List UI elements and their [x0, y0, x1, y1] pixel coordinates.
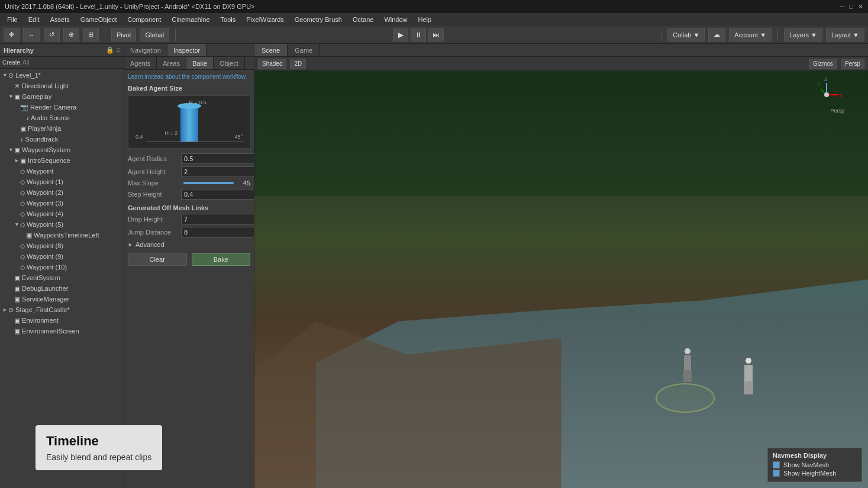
navmesh-popup: Navmesh Display Show NavMesh Show Height… [767, 448, 862, 482]
tree-item-environment[interactable]: ▣ Environment [0, 315, 124, 326]
menu-geometry-brush[interactable]: Geometry Brush [290, 15, 347, 24]
tab-scene[interactable]: Scene [254, 44, 288, 56]
tree-item-wp[interactable]: ◇ Waypoint [0, 166, 124, 176]
menu-edit[interactable]: Edit [24, 15, 44, 24]
menu-cinemachine[interactable]: Cinemachine [167, 15, 214, 24]
persp-btn[interactable]: Persp [841, 59, 864, 69]
drop-height-input[interactable] [181, 214, 254, 224]
show-navmesh-row[interactable]: Show NavMesh [773, 461, 857, 468]
transform-hand-btn[interactable]: ✥ [4, 28, 20, 41]
layout-btn[interactable]: Layout ▼ [826, 28, 864, 41]
menu-gameobject[interactable]: GameObject [76, 15, 122, 24]
tree-item-soundtrack[interactable]: ♪ Soundtrack [0, 134, 124, 145]
global-btn[interactable]: Global [140, 28, 169, 41]
scene-gizmo[interactable]: X Y Z Persp [809, 77, 844, 113]
tree-item-intro[interactable]: ► ▣ IntroSequence [0, 155, 124, 166]
jump-distance-input[interactable] [181, 227, 254, 237]
account-btn[interactable]: Account ▼ [729, 28, 772, 41]
tooltip-title: Timeline [46, 434, 151, 449]
menu-help[interactable]: Help [414, 15, 437, 24]
tree-item-wp5[interactable]: ▼ ◇ Waypoint (5) [0, 219, 124, 230]
tree-item-wp9[interactable]: ◇ Waypoint (9) [0, 251, 124, 262]
hierarchy-create-btn[interactable]: Create [2, 59, 20, 66]
tab-game[interactable]: Game [288, 44, 320, 56]
subtab-object[interactable]: Object [214, 57, 245, 69]
tree-item-level1[interactable]: ▼ ⊙ Level_1* [0, 70, 124, 81]
close-btn[interactable]: ✕ [858, 3, 863, 11]
tree-item-wp1[interactable]: ◇ Waypoint (1) [0, 176, 124, 187]
hierarchy-lock-icon[interactable]: 🔒 [106, 46, 114, 54]
tree-item-playerninja[interactable]: ▣ PlayerNinja [0, 123, 124, 134]
tree-item-gameplay[interactable]: ▼ ▣ Gameplay [0, 91, 124, 102]
character-2 [740, 358, 757, 396]
menu-assets[interactable]: Assets [46, 15, 75, 24]
step-btn[interactable]: ⏭ [428, 28, 444, 41]
menu-tools[interactable]: Tools [216, 15, 241, 24]
tab-navigation[interactable]: Navigation [124, 44, 167, 56]
tree-item-envscreen[interactable]: ▣ EnvironmentScreen [0, 326, 124, 336]
tree-item-wp3[interactable]: ◇ Waypoint (3) [0, 198, 124, 208]
show-navmesh-checkbox[interactable] [773, 461, 780, 468]
gizmos-btn[interactable]: Gizmos [809, 59, 837, 69]
tree-item-debuglauncher[interactable]: ▣ DebugLauncher [0, 283, 124, 294]
tree-arrow: ▼ [8, 147, 14, 153]
transform-rotate-btn[interactable]: ↺ [44, 28, 60, 41]
collab-btn[interactable]: Collab ▼ [667, 28, 705, 41]
tree-item-dirlight[interactable]: ☀ Directional Light [0, 81, 124, 91]
tree-item-audio[interactable]: ♪ Audio Source [0, 113, 124, 123]
maximize-btn[interactable]: □ [849, 3, 853, 11]
hierarchy-menu-icon[interactable]: ≡ [117, 46, 120, 54]
menu-octane[interactable]: Octane [348, 15, 378, 24]
transform-scale-btn[interactable]: ⊕ [63, 28, 79, 41]
tree-label: ▣ WaypointSystem [14, 146, 70, 154]
agent-radius-input[interactable] [181, 153, 254, 164]
clear-btn[interactable]: Clear [128, 253, 187, 266]
x-label: 0.4 [135, 134, 143, 140]
step-height-input[interactable] [181, 189, 254, 200]
tree-item-wp2[interactable]: ◇ Waypoint (2) [0, 187, 124, 198]
pivot-btn[interactable]: Pivot [111, 28, 136, 41]
show-heightmesh-checkbox[interactable] [773, 470, 780, 477]
tree-item-eventsystem[interactable]: ▣ EventSystem [0, 272, 124, 283]
max-slope-track[interactable] [183, 182, 234, 184]
pause-btn[interactable]: ⏸ [411, 28, 426, 41]
menu-component[interactable]: Component [122, 15, 166, 24]
tree-item-waypoint-system[interactable]: ▼ ▣ WaypointSystem [0, 145, 124, 155]
tree-label: ▣ Gameplay [14, 93, 51, 101]
learn-link[interactable]: Learn instead about the component workfl… [128, 73, 250, 80]
layers-btn[interactable]: Layers ▼ [784, 28, 822, 41]
transform-move-btn[interactable]: ↔ [23, 28, 40, 41]
window-controls[interactable]: ─ □ ✕ [840, 3, 863, 11]
minimize-btn[interactable]: ─ [840, 3, 845, 11]
tree-item-wp10[interactable]: ◇ Waypoint (10) [0, 262, 124, 272]
tree-label: ♪ Audio Source [26, 114, 70, 121]
advanced-toggle[interactable]: ► Advanced [128, 241, 250, 248]
tree-item-firstcastle[interactable]: ► ⊙ Stage_FirstCastle* [0, 304, 124, 315]
tree-item-wp4[interactable]: ◇ Waypoint (4) [0, 208, 124, 219]
scene-canvas[interactable]: X Y Z Persp Navmesh Display Show NavMesh [254, 71, 868, 488]
tree-label: ◇ Waypoint (9) [20, 253, 63, 261]
agent-height-input[interactable] [181, 166, 254, 177]
tree-label: ♪ Soundtrack [20, 136, 58, 143]
subtab-bake[interactable]: Bake [186, 57, 214, 69]
subtab-agents[interactable]: Agents [124, 57, 157, 69]
tab-inspector[interactable]: Inspector [167, 44, 206, 56]
dim-btn[interactable]: 2D [290, 59, 306, 69]
show-heightmesh-row[interactable]: Show HeightMesh [773, 470, 857, 477]
tree-item-rendercam[interactable]: 📷 Render Camera [0, 102, 124, 113]
play-btn[interactable]: ▶ [393, 28, 408, 41]
bake-btn[interactable]: Bake [192, 253, 251, 266]
tree-item-servicemanager[interactable]: ▣ ServiceManager [0, 294, 124, 304]
toolbar-sep-1 [105, 29, 105, 41]
subtab-areas[interactable]: Areas [157, 57, 186, 69]
view-toolbar: Shaded 2D Gizmos Persp [254, 57, 868, 71]
menu-pixelwizards[interactable]: PixelWizards [241, 15, 289, 24]
menu-window[interactable]: Window [379, 15, 412, 24]
cloud-btn[interactable]: ☁ [708, 28, 725, 41]
transform-rect-btn[interactable]: ⊞ [83, 28, 99, 41]
shaded-dropdown[interactable]: Shaded [258, 59, 286, 69]
menu-file[interactable]: File [2, 15, 22, 24]
tree-item-wp8[interactable]: ◇ Waypoint (8) [0, 240, 124, 251]
tree-item-wptl[interactable]: ▣ WaypointsTimelineLeft [0, 230, 124, 240]
char-legs [683, 370, 692, 382]
